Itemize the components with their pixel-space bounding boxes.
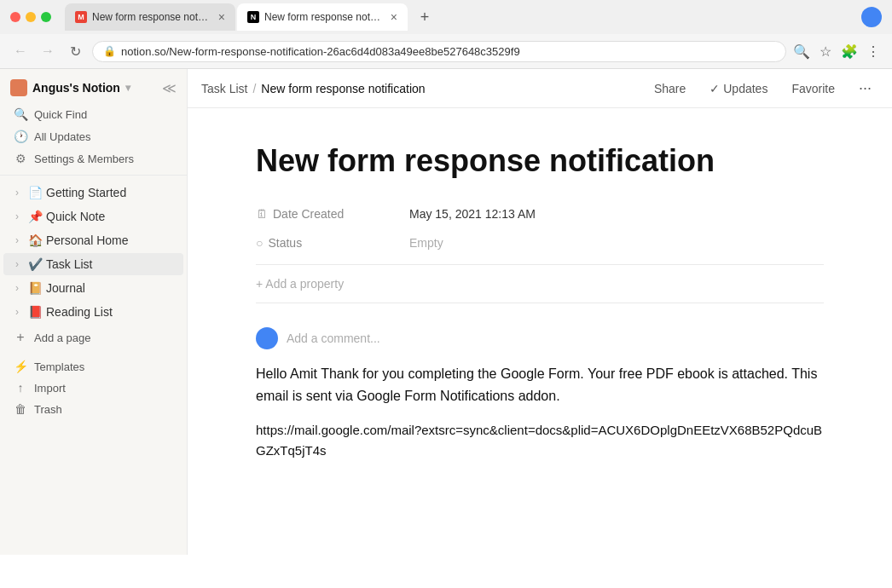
date-created-label: Date Created (273, 207, 344, 221)
page-title: New form response notification (256, 142, 824, 179)
sidebar-divider-1 (0, 175, 187, 176)
status-label-container: ○ Status (256, 236, 409, 250)
sidebar-label-reading-list: Reading List (46, 305, 177, 319)
getting-started-icon: 📄 (27, 185, 43, 200)
sidebar-label-quick-note: Quick Note (46, 210, 177, 223)
settings-label: Settings & Members (34, 153, 134, 165)
status-label: Status (268, 236, 302, 250)
workspace-name[interactable]: Angus's Notion ▾ (10, 79, 130, 96)
workspace-icon (10, 79, 27, 96)
browser-tab-notion[interactable]: N New form response notificatio... × (237, 3, 408, 31)
main: Task List / New form response notificati… (188, 69, 892, 555)
updates-check-icon: ✓ (710, 82, 720, 95)
traffic-lights (10, 12, 51, 22)
property-row-status: ○ Status Empty (256, 228, 824, 257)
add-property-button[interactable]: + Add a property (256, 272, 824, 296)
date-created-label-container: 🗓 Date Created (256, 207, 409, 221)
share-button[interactable]: Share (647, 78, 692, 99)
browser-tab-gmail[interactable]: M New form response notificatio... × (65, 3, 235, 31)
breadcrumb-separator: / (252, 82, 256, 95)
gmail-tab-label: New form response notificatio... (92, 11, 210, 23)
updates-button[interactable]: ✓ Updates (703, 78, 774, 99)
add-page-icon: + (14, 331, 27, 344)
notion-tab-label: New form response notificatio... (264, 11, 382, 23)
sidebar-bottom: ⚡ Templates ↑ Import 🗑 Trash (0, 355, 187, 420)
templates-label: Templates (34, 360, 84, 373)
comment-avatar (256, 327, 278, 349)
lock-icon: 🔒 (103, 45, 116, 57)
topbar: Task List / New form response notificati… (188, 69, 892, 108)
import-label: Import (34, 382, 66, 395)
property-row-date: 🗓 Date Created May 15, 2021 12:13 AM (256, 199, 824, 228)
gmail-tab-close[interactable]: × (218, 10, 225, 24)
task-list-icon: ✔️ (27, 257, 43, 272)
status-value[interactable]: Empty (409, 236, 443, 250)
sidebar-item-journal[interactable]: › 📔 Journal (3, 277, 183, 299)
favorite-button[interactable]: Favorite (785, 78, 842, 99)
sidebar-quick-find[interactable]: 🔍 Quick Find (3, 104, 183, 124)
sidebar-item-personal-home[interactable]: › 🏠 Personal Home (3, 229, 183, 251)
trash-label: Trash (34, 403, 62, 416)
extensions-icon[interactable]: 🧩 (841, 43, 858, 60)
notion-tab-close[interactable]: × (391, 10, 397, 24)
reading-list-icon: 📕 (27, 304, 43, 320)
expand-icon-getting-started: › (10, 186, 24, 199)
sidebar-item-quick-note[interactable]: › 📌 Quick Note (3, 205, 183, 228)
page-content: New form response notification 🗓 Date Cr… (188, 108, 892, 555)
trash-icon: 🗑 (14, 402, 27, 416)
breadcrumb-parent[interactable]: Task List (201, 82, 247, 95)
quick-note-icon: 📌 (27, 209, 43, 224)
page-body: Hello Amit Thank for you completing the … (256, 363, 824, 461)
sidebar-add-page[interactable]: + Add a page (3, 327, 183, 348)
date-created-value[interactable]: May 15, 2021 12:13 AM (409, 207, 536, 221)
back-button[interactable]: ← (10, 41, 31, 61)
sidebar-item-reading-list[interactable]: › 📕 Reading List (3, 301, 183, 323)
sidebar-all-updates[interactable]: 🕐 All Updates (3, 126, 183, 147)
sidebar-label-task-list: Task List (46, 257, 177, 271)
search-icon[interactable]: 🔍 (793, 43, 810, 60)
sidebar-templates[interactable]: ⚡ Templates (3, 356, 183, 377)
templates-icon: ⚡ (14, 360, 27, 373)
browser-menu-icon[interactable]: ⋮ (865, 43, 882, 60)
sidebar: Angus's Notion ▾ ≪ 🔍 Quick Find 🕐 All Up… (0, 69, 188, 555)
new-tab-button[interactable]: + (413, 5, 437, 29)
sidebar-item-task-list[interactable]: › ✔️ Task List (3, 253, 183, 275)
maximize-traffic-light[interactable] (41, 12, 51, 22)
expand-icon-reading-list: › (10, 305, 24, 319)
page-link[interactable]: https://mail.google.com/mail?extsrc=sync… (256, 420, 824, 461)
quick-find-label: Quick Find (34, 108, 87, 121)
bookmark-icon[interactable]: ☆ (817, 43, 834, 60)
updates-label: Updates (723, 82, 767, 95)
browser-chrome: M New form response notificatio... × N N… (0, 0, 892, 69)
sidebar-item-getting-started[interactable]: › 📄 Getting Started (3, 182, 183, 204)
close-traffic-light[interactable] (10, 12, 20, 22)
workspace-header: Angus's Notion ▾ ≪ (0, 76, 187, 100)
expand-icon-personal-home: › (10, 233, 24, 247)
sidebar-settings[interactable]: ⚙ Settings & Members (3, 148, 183, 169)
more-icon: ··· (859, 79, 872, 97)
all-updates-icon: 🕐 (14, 130, 27, 143)
breadcrumb-current: New form response notification (261, 82, 425, 95)
refresh-button[interactable]: ↻ (65, 41, 85, 61)
app: Angus's Notion ▾ ≪ 🔍 Quick Find 🕐 All Up… (0, 69, 892, 555)
forward-button[interactable]: → (38, 41, 58, 61)
sidebar-import[interactable]: ↑ Import (3, 378, 183, 398)
more-options-button[interactable]: ··· (852, 76, 878, 101)
all-updates-label: All Updates (34, 130, 90, 143)
topbar-actions: Share ✓ Updates Favorite ··· (647, 76, 878, 101)
minimize-traffic-light[interactable] (26, 12, 36, 22)
workspace-name-label: Angus's Notion (32, 81, 120, 95)
browser-profile[interactable] (861, 7, 882, 27)
properties-divider-2 (256, 303, 824, 303)
sidebar-toggle[interactable]: ≪ (162, 80, 177, 96)
status-circle-icon: ○ (256, 236, 263, 250)
url-bar[interactable]: 🔒 notion.so/New-form-response-notificati… (92, 41, 786, 62)
personal-home-icon: 🏠 (27, 233, 43, 248)
workspace-expand-icon: ▾ (125, 82, 130, 94)
notion-favicon: N (247, 11, 259, 23)
sidebar-trash[interactable]: 🗑 Trash (3, 399, 183, 419)
comment-input[interactable]: Add a comment... (287, 331, 380, 345)
calendar-icon: 🗓 (256, 207, 268, 221)
expand-icon-quick-note: › (10, 210, 24, 223)
journal-icon: 📔 (27, 280, 43, 296)
